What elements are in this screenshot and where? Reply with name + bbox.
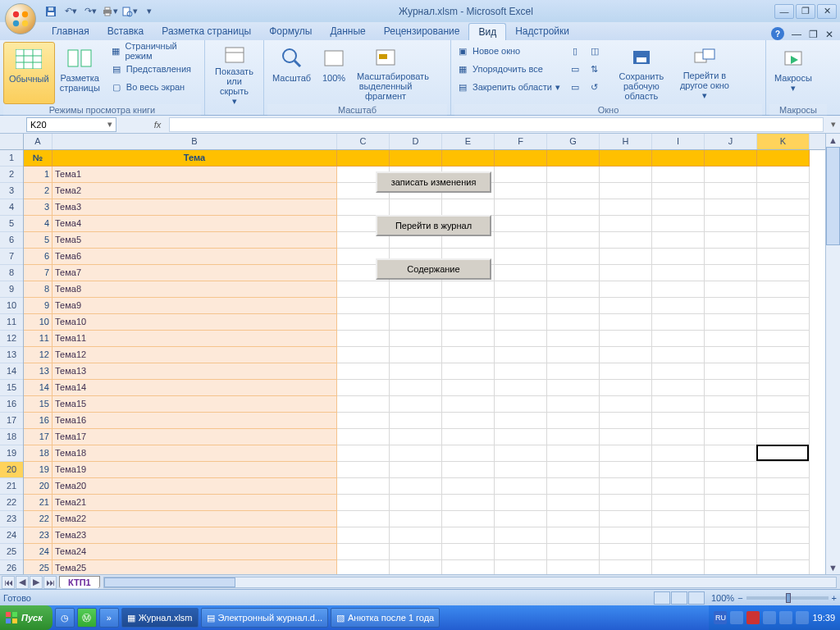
cell[interactable]: 13 (24, 363, 52, 380)
sync-scroll-button[interactable]: ⇅ (587, 60, 603, 78)
row-header[interactable]: 6 (0, 232, 23, 249)
cell[interactable] (652, 167, 705, 183)
cell[interactable] (600, 232, 652, 249)
cell[interactable] (757, 560, 810, 574)
column-header[interactable]: F (495, 134, 547, 149)
cell[interactable] (652, 298, 705, 314)
cell[interactable]: 18 (24, 445, 52, 462)
cell[interactable]: Тема20 (52, 478, 337, 495)
scroll-thumb[interactable] (104, 578, 235, 587)
cell[interactable] (337, 560, 390, 574)
cell[interactable] (442, 363, 495, 380)
cell[interactable] (547, 150, 600, 167)
cell[interactable] (390, 363, 442, 380)
split-button[interactable]: ▯ (567, 42, 583, 60)
cell[interactable] (600, 380, 652, 396)
cell[interactable]: 20 (24, 478, 52, 495)
row-header[interactable]: 1 (0, 150, 23, 167)
cell[interactable] (757, 511, 810, 527)
cell[interactable] (495, 429, 547, 445)
cell[interactable]: Тема24 (52, 544, 337, 560)
cell[interactable] (705, 281, 757, 298)
prev-sheet-icon[interactable]: ◀ (16, 576, 29, 589)
cell[interactable] (442, 445, 495, 462)
expand-formula-icon[interactable]: ▾ (827, 119, 840, 130)
cell[interactable] (757, 380, 810, 396)
cell[interactable] (495, 232, 547, 249)
reset-pos-button[interactable]: ↺ (587, 78, 603, 96)
cell[interactable]: Тема21 (52, 495, 337, 511)
cell[interactable] (390, 544, 442, 560)
cell[interactable]: 2 (24, 183, 52, 199)
doc-minimize-button[interactable]: — (789, 29, 804, 40)
cell[interactable]: 22 (24, 511, 52, 527)
ribbon-tab[interactable]: Вставка (98, 23, 153, 40)
cell[interactable] (652, 413, 705, 429)
save-workspace-button[interactable]: Сохранить рабочую область (608, 42, 675, 104)
scroll-up-icon[interactable]: ▲ (826, 134, 840, 147)
cell[interactable] (495, 478, 547, 495)
switch-windows-button[interactable]: Перейти в другое окно ▾ (675, 42, 734, 104)
row-header[interactable]: 11 (0, 314, 23, 331)
zoom-out-icon[interactable]: − (737, 593, 742, 603)
cell[interactable]: Тема2 (52, 183, 337, 199)
cell[interactable]: 5 (24, 232, 52, 249)
cell[interactable]: 24 (24, 544, 52, 560)
cell[interactable] (495, 249, 547, 265)
column-header[interactable]: B (52, 134, 337, 149)
office-button[interactable] (5, 3, 36, 34)
normal-view-icon[interactable] (654, 591, 670, 605)
cell[interactable] (442, 281, 495, 298)
cell[interactable] (652, 347, 705, 363)
taskbar-item[interactable]: ▦Журнал.xlsm (121, 608, 199, 628)
cell[interactable] (495, 445, 547, 462)
cell[interactable] (495, 380, 547, 396)
cell[interactable]: Тема17 (52, 429, 337, 445)
cell[interactable] (757, 445, 810, 462)
row-header[interactable]: 3 (0, 183, 23, 199)
cell[interactable] (547, 249, 600, 265)
zoom-100-button[interactable]: 100% (316, 42, 352, 104)
cell[interactable] (547, 380, 600, 396)
cell[interactable] (757, 249, 810, 265)
row-header[interactable]: 26 (0, 560, 23, 574)
cell[interactable] (652, 216, 705, 232)
cell[interactable] (757, 216, 810, 232)
column-header[interactable]: A (24, 134, 52, 149)
cell[interactable] (757, 232, 810, 249)
vertical-scrollbar[interactable]: ▲ ▼ (825, 134, 840, 574)
cell[interactable] (652, 429, 705, 445)
row-header[interactable]: 4 (0, 199, 23, 216)
cell[interactable] (337, 462, 390, 478)
cell[interactable] (442, 527, 495, 544)
cell[interactable] (600, 445, 652, 462)
cell[interactable] (757, 478, 810, 495)
cells-area[interactable]: №Тема1Тема12Тема23Тема34Тема45Тема56Тема… (24, 150, 825, 574)
cell[interactable] (705, 314, 757, 331)
cell[interactable] (390, 478, 442, 495)
cell[interactable] (705, 396, 757, 413)
cell[interactable] (652, 314, 705, 331)
cell[interactable] (337, 150, 390, 167)
cell[interactable] (547, 462, 600, 478)
minimize-button[interactable]: — (774, 4, 794, 19)
row-header[interactable]: 12 (0, 331, 23, 347)
cell[interactable] (600, 281, 652, 298)
cell[interactable] (705, 232, 757, 249)
tray-icon[interactable] (746, 611, 760, 624)
qat-customize-icon[interactable]: ▾ (141, 3, 158, 20)
row-header[interactable]: 2 (0, 167, 23, 183)
cell[interactable] (337, 380, 390, 396)
cell[interactable] (390, 150, 442, 167)
cell[interactable] (495, 495, 547, 511)
cell[interactable] (652, 462, 705, 478)
cell[interactable]: 10 (24, 314, 52, 331)
doc-restore-button[interactable]: ❐ (806, 29, 820, 40)
cell[interactable]: Тема3 (52, 199, 337, 216)
cell[interactable]: Тема15 (52, 396, 337, 413)
sheet-tab[interactable]: КТП1 (59, 576, 100, 588)
next-sheet-icon[interactable]: ▶ (30, 576, 43, 589)
page-break-preview-button[interactable]: ▦Страничный режим (108, 42, 201, 60)
cell[interactable] (757, 199, 810, 216)
cell[interactable] (442, 396, 495, 413)
